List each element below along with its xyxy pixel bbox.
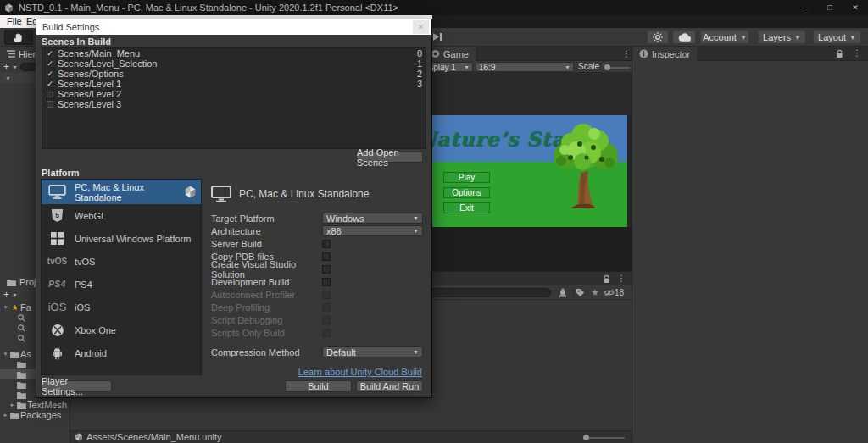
setting-dropdown-value: Windows — [326, 213, 364, 224]
thumbnail-size-slider-track[interactable] — [584, 437, 625, 439]
game-toolbar: isplay 1▼ 16:9▼ Scale — [424, 61, 632, 73]
hand-tool-button[interactable] — [4, 30, 33, 45]
player-settings-button[interactable]: Player Settings... — [41, 380, 112, 392]
save-search-star-icon[interactable]: ★ — [588, 287, 602, 297]
foldout-icon[interactable]: ▸ — [2, 412, 9, 418]
setting-checkbox[interactable] — [322, 240, 331, 248]
scene-row[interactable]: ✓Scenes/Level 13 — [42, 79, 426, 89]
menu-file[interactable]: File — [7, 16, 22, 26]
setting-row: Create Visual Studio Solution — [211, 263, 423, 275]
setting-row: Server Build — [211, 237, 423, 250]
setting-row: Deep Profiling — [211, 301, 423, 313]
build-button[interactable]: Build — [285, 380, 352, 392]
platform-item[interactable]: iOSiOS — [42, 296, 201, 318]
add-open-scenes-button[interactable]: Add Open Scenes — [356, 152, 423, 163]
scale-label: Scale — [578, 62, 599, 71]
inspector-menu-icon[interactable]: ⋮ — [853, 48, 861, 58]
selected-platform-label: PC, Mac & Linux Standalone — [239, 188, 369, 200]
folder-icon — [16, 361, 27, 368]
scene-checkbox-checked[interactable]: ✓ — [46, 59, 54, 68]
progress-indicator-button[interactable] — [647, 30, 669, 44]
scene-checkbox-checked[interactable]: ✓ — [46, 69, 54, 78]
game-play-button[interactable]: Play — [443, 172, 490, 183]
setting-dropdown[interactable]: x86▼ — [322, 225, 423, 236]
scene-row[interactable]: ✓Scenes/Level_Selection1 — [42, 58, 426, 69]
close-button[interactable]: ✕ — [843, 0, 868, 15]
scene-row[interactable]: ✓Scenes/Options2 — [42, 69, 426, 79]
scene-checkbox-unchecked[interactable] — [47, 91, 53, 97]
platform-item[interactable]: Xbox One — [42, 318, 201, 341]
setting-checkbox[interactable] — [322, 252, 331, 261]
tree-item-label: TextMesh I — [27, 400, 70, 410]
add-icon[interactable]: + — [3, 63, 9, 71]
account-dropdown[interactable]: Account▼ — [700, 30, 749, 44]
folder-icon — [9, 351, 20, 358]
dialog-close-icon[interactable]: ✕ — [413, 20, 429, 34]
tab-inspector[interactable]: Inspector — [632, 47, 697, 61]
search-by-type-icon[interactable] — [556, 287, 570, 297]
platform-label: PC, Mac & Linux Standalone — [75, 182, 178, 202]
minimize-button[interactable]: ─ — [792, 0, 817, 15]
foldout-icon[interactable]: ▾ — [2, 304, 9, 311]
layout-dropdown[interactable]: Layout▼ — [813, 30, 861, 44]
maximize-button[interactable]: □ — [817, 0, 843, 15]
setting-dropdown[interactable]: Default▼ — [322, 346, 423, 357]
scene-name: Scenes/Level 3 — [58, 99, 121, 109]
layers-dropdown[interactable]: Layers▼ — [758, 30, 806, 44]
foldout-icon[interactable]: ▸ — [8, 401, 16, 408]
scene-row[interactable]: Scenes/Level 3 — [42, 99, 426, 109]
project-panel-menu-icon[interactable]: ⋮ — [617, 274, 626, 283]
setting-checkbox[interactable] — [322, 265, 331, 274]
scene-checkbox-checked[interactable]: ✓ — [46, 49, 54, 58]
platform-item[interactable]: Android — [42, 341, 201, 364]
setting-row: Scripts Only Build — [211, 326, 423, 339]
foldout-icon[interactable]: ▼ — [5, 75, 11, 81]
build-settings-dialog: Build Settings ✕ Scenes In Build ✓Scenes… — [36, 19, 432, 398]
build-and-run-button[interactable]: Build And Run — [356, 380, 423, 392]
platform-item[interactable]: PC, Mac & Linux Standalone — [42, 180, 201, 204]
platform-item[interactable]: Universal Windows Platform — [42, 227, 201, 250]
tree-item[interactable]: ▸TextMesh I — [0, 400, 70, 410]
setting-label: Script Debugging — [211, 315, 322, 325]
folder-icon — [16, 401, 27, 409]
game-exit-button[interactable]: Exit — [443, 202, 490, 213]
cloud-collab-button[interactable] — [672, 30, 696, 44]
game-options-button[interactable]: Options — [443, 187, 490, 198]
hidden-objects-count: 18 — [615, 288, 624, 297]
scene-row[interactable]: ✓Scenes/Main_Menu0 — [42, 48, 426, 58]
setting-dropdown[interactable]: Windows▼ — [322, 213, 423, 224]
uwp-icon — [46, 232, 69, 245]
setting-checkbox[interactable] — [322, 278, 331, 286]
chevron-down-icon[interactable]: ▼ — [12, 64, 18, 70]
thumbnail-size-slider-thumb[interactable] — [583, 435, 589, 440]
aspect-ratio-dropdown[interactable]: 16:9▼ — [476, 62, 574, 72]
add-icon[interactable]: + — [3, 291, 9, 299]
tree-item[interactable]: ▸Packages — [0, 410, 70, 420]
folder-icon — [9, 412, 20, 419]
foldout-icon[interactable]: ▾ — [2, 351, 9, 357]
lock-icon[interactable] — [603, 274, 610, 284]
scale-slider-thumb[interactable] — [604, 64, 610, 70]
game-panel-menu-icon[interactable]: ⋮ — [622, 49, 631, 58]
scene-checkbox-checked[interactable]: ✓ — [46, 80, 54, 88]
chevron-down-icon[interactable]: ▼ — [12, 292, 18, 298]
inspector-panel: Inspector ⋮ — [632, 47, 868, 443]
platform-item[interactable]: PS4PS4 — [42, 273, 201, 296]
platform-item[interactable]: tvOStvOS — [42, 250, 201, 273]
hidden-objects-icon[interactable]: 18 — [603, 287, 625, 297]
setting-row: Script Debugging — [211, 313, 423, 326]
scene-checkbox-unchecked[interactable] — [47, 101, 53, 108]
search-input[interactable] — [427, 288, 551, 297]
platform-settings: Target PlatformWindows▼Architecturex86▼S… — [211, 212, 423, 358]
platform-item[interactable]: 5WebGL — [42, 204, 201, 227]
platform-header: Platform — [42, 168, 80, 178]
lock-icon[interactable] — [836, 49, 843, 58]
chevron-down-icon: ▼ — [740, 34, 747, 42]
search-by-label-icon[interactable] — [573, 287, 587, 297]
game-viewport[interactable]: Nature’s Stand PlayOptionsExit — [424, 73, 632, 271]
step-button-icon[interactable] — [431, 32, 443, 42]
inspector-tabbar: Inspector ⋮ — [632, 47, 868, 61]
dialog-titlebar[interactable]: Build Settings ✕ — [36, 19, 431, 35]
scene-row[interactable]: Scenes/Level 2 — [42, 89, 426, 99]
unity-cloud-build-link[interactable]: Learn about Unity Cloud Build — [298, 367, 422, 377]
